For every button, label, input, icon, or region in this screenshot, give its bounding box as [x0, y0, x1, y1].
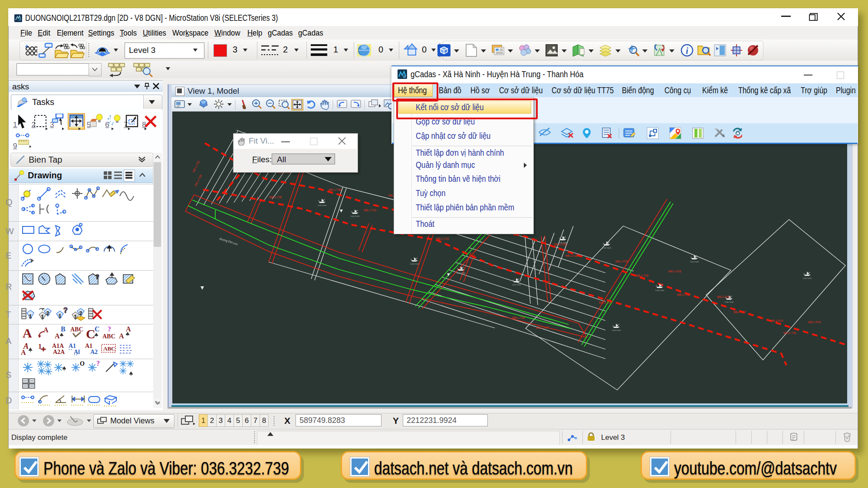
svg-text:MB-1-T26: MB-1-T26	[783, 331, 796, 334]
svg-text:2: 2	[79, 311, 82, 316]
svg-text:?: ?	[96, 360, 100, 367]
svg-text:Lua nuoc: Lua nuoc	[512, 283, 521, 286]
svg-text:MB-1-T23: MB-1-T23	[677, 293, 690, 296]
svg-text:ABC: ABC	[103, 345, 115, 352]
svg-text:MB-1-T30: MB-1-T30	[364, 209, 376, 212]
svg-text:MB-1-T38: MB-1-T38	[269, 196, 282, 199]
svg-text:2: 2	[46, 311, 49, 316]
svg-text:1: 1	[29, 314, 32, 319]
svg-text:1: 1	[41, 314, 44, 319]
svg-text:MB-1-T27: MB-1-T27	[536, 326, 549, 329]
svg-text:MB-1-T35: MB-1-T35	[329, 188, 341, 191]
svg-text:Lua nuoc: Lua nuoc	[612, 329, 621, 331]
svg-text:A2A: A2A	[53, 349, 65, 355]
svg-text:1: 1	[74, 314, 77, 319]
svg-text:A: A	[126, 325, 131, 333]
svg-text:A2: A2	[90, 349, 98, 355]
svg-text:MB-1-P34: MB-1-P34	[808, 321, 821, 324]
svg-text:MB-1-P25: MB-1-P25	[717, 295, 730, 298]
svg-text:ABC: ABC	[102, 333, 115, 340]
svg-text:Al: Al	[74, 349, 80, 355]
svg-text:A: A	[23, 326, 32, 340]
svg-text:C: C	[86, 327, 95, 341]
svg-text:MB-1-T27: MB-1-T27	[733, 311, 746, 314]
svg-text:duong DH xxx: duong DH xxx	[219, 237, 238, 246]
svg-text:Lua nuoc: Lua nuoc	[457, 272, 466, 274]
svg-text:Lua nuoc: Lua nuoc	[410, 262, 419, 265]
svg-text:A1A: A1A	[52, 343, 64, 349]
svg-text:B: B	[61, 325, 66, 333]
svg-text:MB-1-T28: MB-1-T28	[512, 316, 525, 319]
svg-text:MB-1-P33: MB-1-P33	[615, 260, 628, 263]
svg-text:i: i	[686, 46, 688, 56]
svg-text:ABC: ABC	[70, 326, 83, 333]
svg-text:Lua nuoc: Lua nuoc	[655, 289, 664, 291]
svg-text:A: A	[55, 332, 60, 340]
svg-text:MB-1-T38: MB-1-T38	[194, 174, 203, 187]
svg-text:1: 1	[59, 313, 61, 318]
svg-text:A: A	[119, 332, 124, 340]
svg-text:?: ?	[108, 325, 111, 333]
svg-text:MB-1-T26: MB-1-T26	[566, 254, 578, 257]
svg-text:MB-1-T25: MB-1-T25	[636, 274, 648, 277]
svg-text:O: O	[80, 360, 85, 367]
svg-text:Lua nuoc: Lua nuoc	[690, 260, 699, 263]
svg-text:?: ?	[63, 307, 68, 314]
svg-text:Lua nuoc: Lua nuoc	[602, 246, 612, 249]
svg-text:A1: A1	[69, 343, 76, 349]
svg-text:MB-1-T29: MB-1-T29	[599, 301, 612, 304]
svg-text:Lua nuoc: Lua nuoc	[803, 277, 812, 279]
svg-text:?: ?	[95, 273, 99, 280]
svg-text:MB-1-P24: MB-1-P24	[770, 319, 783, 322]
svg-text:Lua nuoc: Lua nuoc	[351, 215, 360, 217]
svg-text:A1: A1	[85, 343, 92, 349]
svg-text:Lua nuoc: Lua nuoc	[725, 301, 734, 303]
svg-text:A: A	[21, 349, 26, 356]
svg-text:MB-1-T29: MB-1-T29	[436, 237, 449, 240]
svg-text:MB-1-T39: MB-1-T39	[192, 160, 201, 173]
svg-text:MB-1-P28: MB-1-P28	[668, 270, 681, 273]
svg-text:Lua nuoc: Lua nuoc	[318, 204, 327, 206]
svg-text:MB-1-P35: MB-1-P35	[554, 243, 567, 246]
svg-text:C: C	[95, 325, 100, 333]
svg-text:A: A	[43, 326, 49, 334]
